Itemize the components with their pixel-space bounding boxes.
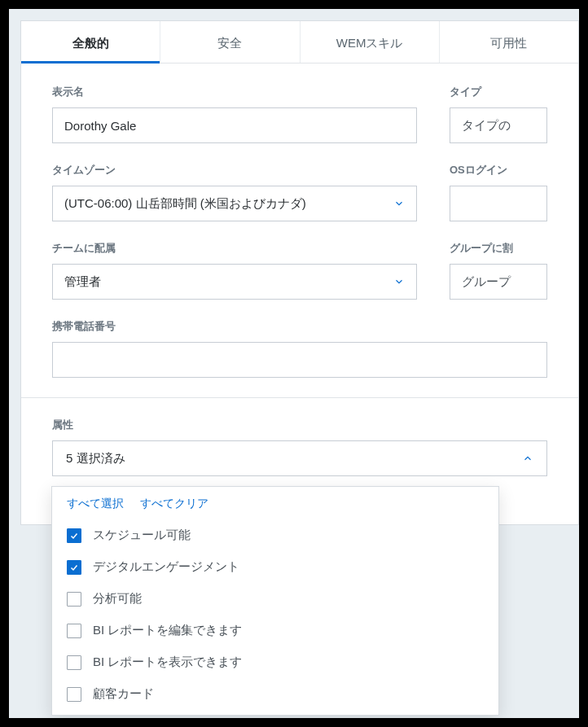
attribute-option[interactable]: BI レポートを表示できます — [52, 646, 498, 678]
team-select-value: 管理者 — [64, 274, 101, 290]
timezone-select[interactable]: (UTC-06:00) 山岳部時間 (米国およびカナダ) — [52, 186, 417, 221]
chevron-down-icon — [393, 198, 405, 209]
chevron-down-icon — [393, 276, 405, 287]
chevron-up-icon — [522, 453, 533, 464]
attribute-option-label: BI レポートを編集できます — [93, 623, 242, 638]
checkbox-icon — [67, 687, 81, 702]
label-mobile: 携帯電話番号 — [52, 319, 547, 334]
attributes-select[interactable]: 5 選択済み — [52, 440, 547, 476]
label-os-login: OSログイン — [450, 163, 547, 177]
attributes-dropdown: すべて選択 すべてクリア スケジュール可能デジタルエンゲージメント分析可能BI … — [51, 486, 499, 716]
tab-wem-skills[interactable]: WEMスキル — [300, 21, 439, 63]
clear-all-link[interactable]: すべてクリア — [140, 497, 208, 511]
attribute-option[interactable]: BI レポートを編集できます — [52, 615, 498, 646]
attribute-option-label: デジタルエンゲージメント — [93, 559, 239, 575]
attributes-summary: 5 選択済み — [66, 451, 125, 466]
label-type: タイプ — [450, 85, 547, 99]
checkbox-icon — [67, 592, 81, 607]
attribute-option[interactable]: 分析可能 — [52, 583, 498, 615]
label-timezone: タイムゾーン — [52, 163, 417, 177]
checkbox-icon — [67, 655, 81, 670]
attribute-option-label: スケジュール可能 — [93, 528, 191, 543]
attribute-option-label: BI レポートを表示できます — [93, 655, 242, 670]
display-name-input[interactable] — [52, 107, 417, 143]
attribute-option[interactable]: デジタルエンゲージメント — [52, 551, 498, 583]
label-attributes: 属性 — [52, 418, 547, 432]
type-select[interactable]: タイプの — [450, 107, 547, 143]
checkbox-icon — [67, 560, 81, 575]
attribute-option-label: 顧客カード — [93, 686, 154, 702]
timezone-select-value: (UTC-06:00) 山岳部時間 (米国およびカナダ) — [64, 196, 306, 212]
checkbox-icon — [67, 528, 81, 543]
attribute-option[interactable]: スケジュール可能 — [52, 519, 498, 551]
tabs: 全般的 安全 WEMスキル 可用性 — [21, 21, 578, 64]
select-all-link[interactable]: すべて選択 — [67, 497, 124, 511]
label-group: グループに割 — [450, 241, 547, 256]
tab-general[interactable]: 全般的 — [21, 21, 160, 63]
attribute-option[interactable]: 顧客カード — [52, 678, 498, 710]
os-login-input[interactable] — [450, 186, 547, 221]
tab-security[interactable]: 安全 — [160, 21, 299, 63]
tab-availability[interactable]: 可用性 — [439, 21, 578, 63]
group-select-value: グループ — [462, 274, 511, 290]
label-display-name: 表示名 — [52, 85, 417, 99]
attribute-option-label: 分析可能 — [93, 591, 142, 607]
checkbox-icon — [67, 624, 81, 638]
group-select[interactable]: グループ — [450, 264, 547, 300]
label-team: チームに配属 — [52, 241, 417, 256]
type-select-value: タイプの — [462, 118, 511, 134]
mobile-input[interactable] — [52, 342, 547, 378]
team-select[interactable]: 管理者 — [52, 264, 417, 300]
